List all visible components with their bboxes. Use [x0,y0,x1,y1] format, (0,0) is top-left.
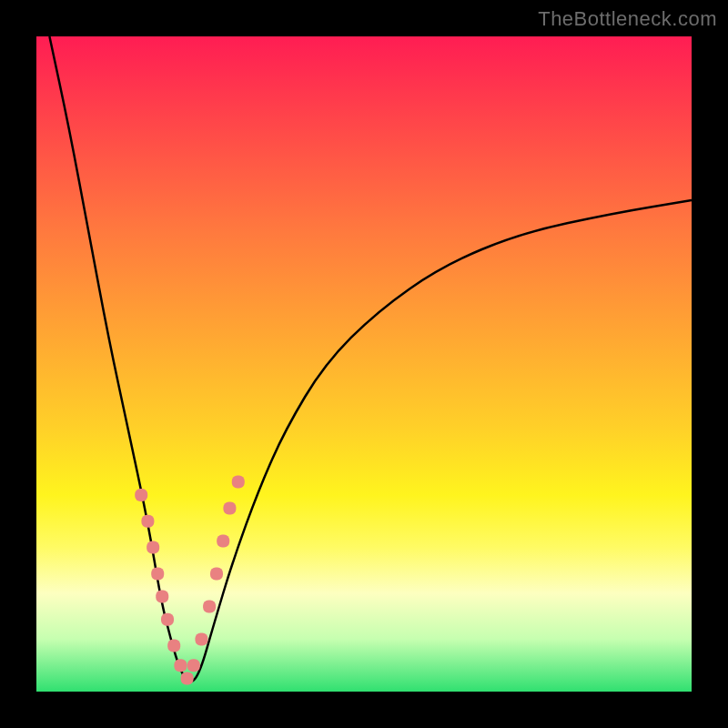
highlight-dot [167,640,180,652]
highlight-dot [223,501,236,514]
highlight-dot [141,515,154,528]
highlight-dot [147,541,159,554]
curve-layer [36,36,692,692]
bottleneck-curve [49,36,692,682]
highlight-dot [232,476,245,489]
watermark-text: TheBottleneck.com [538,7,717,31]
highlight-dot [210,567,223,580]
highlight-dot [187,659,200,672]
highlight-dot [174,659,187,672]
chart-frame: TheBottleneck.com [0,0,728,728]
highlight-dot [181,672,194,685]
highlight-dot [156,591,168,603]
highlight-dot [151,567,164,580]
highlight-dot [161,613,174,626]
highlight-dot [135,489,147,501]
plot-area [36,36,692,692]
highlight-dot [195,632,207,645]
bottleneck-curve-path [49,36,692,682]
highlight-dot [217,534,229,547]
highlight-dot [203,600,216,612]
